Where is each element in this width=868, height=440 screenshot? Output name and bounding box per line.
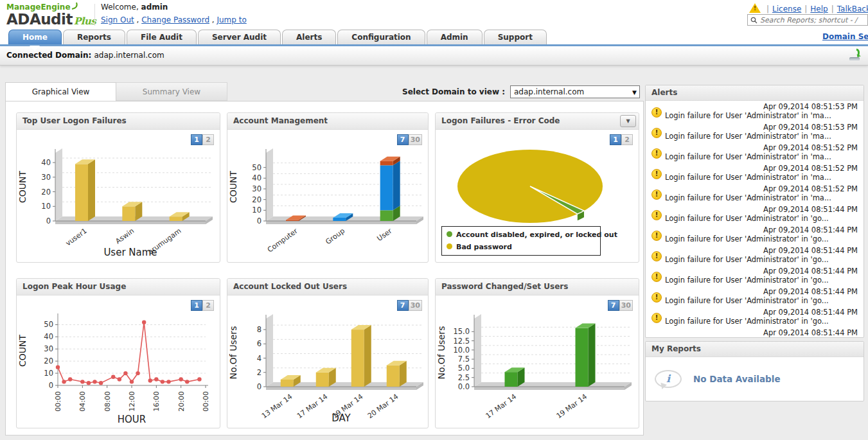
top-link-license[interactable]: License [772,4,801,13]
alert-warning-icon: ! [651,292,662,303]
pager-button-7[interactable]: 7 [397,134,409,145]
svg-text:19 Mar 14: 19 Mar 14 [555,392,589,420]
nav-tab-file-audit[interactable]: File Audit [127,30,197,44]
nav-tab-support[interactable]: Support [484,30,547,44]
svg-text:User: User [376,227,394,243]
top-link-talkback[interactable]: TalkBack [837,4,868,13]
alerts-panel: Alerts Apr 09,2014 08:51:53 PM!Login fai… [645,85,864,338]
svg-text:No.Of Users: No.Of Users [229,326,238,380]
svg-text:30: 30 [44,344,53,353]
alert-timestamp: Apr 09,2014 08:51:53 PM [763,102,858,111]
logo-company: ManageEngine [6,2,96,12]
logon-failures-error-code-chart [437,144,630,235]
svg-text:40: 40 [44,332,53,341]
svg-text:12.5: 12.5 [453,337,470,346]
export-icon[interactable] [847,48,863,64]
pager-button-30[interactable]: 30 [409,134,422,145]
svg-text:50: 50 [44,320,53,329]
svg-text:10: 10 [41,202,51,211]
domain-settings-link[interactable]: Domain Settings [822,32,868,41]
svg-text:20: 20 [41,188,51,197]
session-link-jump-to[interactable]: Jump to [217,15,246,24]
alert-timestamp: Apr 09,2014 08:51:44 PM [763,287,858,296]
svg-text:HOUR: HOUR [118,414,146,425]
top-link-help[interactable]: Help [810,4,828,13]
logo-swoosh-icon [71,2,79,10]
nav-tab-reports[interactable]: Reports [63,30,125,44]
chart-body-logon-peak-hour-usage: 120102030405000:0004:0008:0012:0016:0020… [17,295,220,428]
svg-text:0: 0 [49,381,53,390]
alert-item: Apr 09,2014 08:51:44 PM!Login failure fo… [646,245,864,265]
alert-item: Apr 09,2014 08:51:44 PM!Login failure fo… [646,265,864,286]
alert-warning-icon: ! [651,128,662,138]
nav-tab-home[interactable]: Home [8,30,62,44]
chart-title-account-management: Account Management [227,113,428,130]
pager-button-7[interactable]: 7 [608,300,619,311]
alert-message: Login failure for User 'Administrator' i… [665,152,861,161]
connected-domain-text: Connected Domain: adap.internal.com [6,51,164,60]
chevron-down-icon: ▼ [632,87,637,98]
alert-message: Login failure for User 'Administrator' i… [665,296,861,305]
svg-text:17 Mar 14: 17 Mar 14 [296,392,330,420]
alert-timestamp: Apr 09,2014 08:51:44 PM [763,205,858,214]
pager-button-30[interactable]: 30 [619,300,633,311]
alert-item: Apr 09,2014 08:51:44 PM!Login failure fo… [646,224,864,245]
alert-timestamp: Apr 09,2014 08:51:44 PM [763,267,858,276]
charts-grid: Top User Logon Failures12010203040vuser1… [6,101,643,428]
nav-tab-alerts[interactable]: Alerts [282,30,336,44]
no-data-text: No Data Available [693,374,781,384]
top-header: ManageEngine ADAuditPlus Welcome, admin … [0,0,868,30]
chart-pager: 730 [608,300,633,311]
svg-text:Computer: Computer [266,227,299,254]
search-box [747,14,868,26]
pager-button-30[interactable]: 30 [409,300,422,311]
pager-button-1[interactable]: 1 [191,300,202,311]
svg-text:2: 2 [257,368,261,377]
nav-tab-configuration[interactable]: Configuration [337,30,425,44]
pager-button-7[interactable]: 7 [397,300,409,311]
session-link-sign-out[interactable]: Sign Out [101,15,134,24]
svg-text:COUNT: COUNT [18,171,28,204]
chart-title-password-changed-set-users: Password Changed/Set Users [436,279,639,295]
pager-button-1[interactable]: 1 [610,134,621,145]
svg-text:30: 30 [252,184,261,193]
pager-button-2[interactable]: 2 [202,134,214,145]
alert-item: Apr 09,2014 08:51:44 PM!Login failure fo… [646,204,864,224]
pager-button-2[interactable]: 2 [202,300,214,311]
nav-tab-admin[interactable]: Admin [427,30,483,44]
alert-warning-icon: ! [651,313,662,323]
svg-text:15.0: 15.0 [453,327,470,336]
page: ManageEngine ADAuditPlus Welcome, admin … [0,0,868,66]
account-locked-out-users-chart: 0246813 Mar 1417 Mar 1419 Mar 1420 Mar 1… [229,310,427,427]
alert-item: Apr 09,2014 08:51:44 PM [646,327,864,337]
svg-text:5.0: 5.0 [458,364,470,373]
welcome-text: Welcome, admin [101,3,168,12]
svg-text:10: 10 [44,369,53,378]
alert-warning-icon: ! [651,231,662,241]
legend-dot [447,243,452,249]
view-tab-summary-view[interactable]: Summary View [116,82,227,101]
alert-message: Login failure for User 'Administrator' i… [665,214,861,223]
view-tab-graphical-view[interactable]: Graphical View [5,82,116,101]
svg-text:40: 40 [41,158,51,167]
search-input[interactable] [760,16,865,24]
svg-text:0.0: 0.0 [458,382,470,391]
link-separator: | [766,4,769,13]
svg-text:No.Of Users: No.Of Users [437,326,447,380]
alert-item: Apr 09,2014 08:51:53 PM!Login failure fo… [646,121,864,142]
pager-button-2[interactable]: 2 [621,134,633,145]
svg-text:10: 10 [252,206,261,215]
chart-panel-account-management: Account Management73001020304050Computer… [227,112,429,263]
top-user-logon-failures-chart: 010203040vuser1AswinarumugamUser NameCOU… [18,144,216,261]
domain-select-dropdown[interactable]: adap.internal.com▼ [510,85,640,98]
alert-message: Login failure for User 'Administrator' i… [665,255,861,264]
chart-pager: 12 [610,134,633,145]
nav-tab-server-audit[interactable]: Server Audit [198,30,281,44]
chart-menu-button[interactable]: ▼ [620,115,636,127]
session-link-change-password[interactable]: Change Password [141,15,209,24]
pager-button-1[interactable]: 1 [191,134,202,145]
svg-text:0: 0 [257,216,261,225]
alerts-list: Apr 09,2014 08:51:53 PM!Login failure fo… [646,101,864,337]
chart-panel-logon-peak-hour-usage: Logon Peak Hour Usage120102030405000:000… [16,278,220,428]
alert-message: Login failure for User 'Administrator' i… [665,193,861,202]
